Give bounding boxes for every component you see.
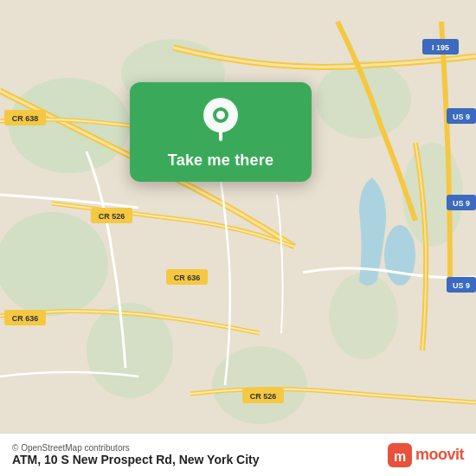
svg-text:CR 638: CR 638 [12, 114, 39, 123]
moovit-logo-icon: m [388, 443, 412, 467]
svg-text:US 9: US 9 [453, 113, 470, 121]
navigation-card: Take me there [130, 82, 312, 182]
svg-text:CR 636: CR 636 [12, 314, 39, 323]
svg-point-6 [212, 346, 307, 424]
osm-attribution: © OpenStreetMap contributors [12, 443, 260, 453]
map-background: CR 638 CR 526 CR 636 CR 636 CR 526 I 195… [0, 0, 476, 476]
svg-text:I 195: I 195 [432, 43, 449, 52]
svg-point-32 [216, 111, 225, 119]
svg-text:US 9: US 9 [453, 199, 470, 208]
moovit-logo: m moovit [388, 443, 464, 467]
location-info: © OpenStreetMap contributors ATM, 10 S N… [12, 443, 260, 466]
svg-point-9 [384, 225, 415, 286]
svg-point-7 [329, 273, 398, 359]
svg-text:m: m [394, 449, 406, 464]
bottom-info-bar: © OpenStreetMap contributors ATM, 10 S N… [0, 433, 476, 476]
location-title: ATM, 10 S New Prospect Rd, New York City [12, 453, 260, 466]
location-pin-icon [202, 98, 240, 143]
take-me-there-button[interactable]: Take me there [168, 151, 273, 170]
svg-text:CR 526: CR 526 [250, 392, 277, 401]
svg-text:CR 526: CR 526 [99, 212, 125, 221]
map-svg: CR 638 CR 526 CR 636 CR 636 CR 526 I 195… [0, 0, 476, 476]
svg-text:US 9: US 9 [453, 281, 470, 290]
svg-text:CR 636: CR 636 [174, 273, 201, 282]
map-container: CR 638 CR 526 CR 636 CR 636 CR 526 I 195… [0, 0, 476, 476]
svg-point-4 [0, 212, 108, 316]
moovit-logo-text: moovit [415, 446, 464, 464]
